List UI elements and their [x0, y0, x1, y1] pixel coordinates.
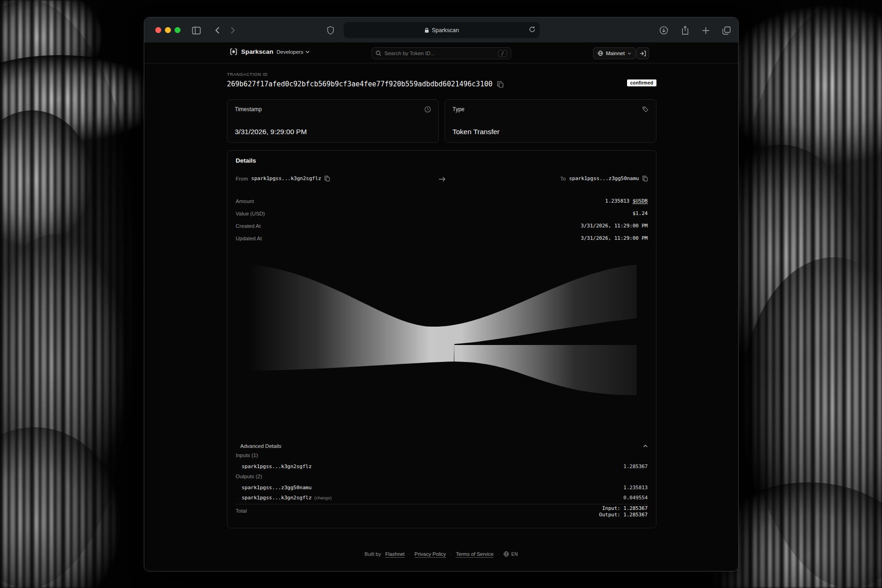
tag-icon: [642, 106, 649, 114]
privacy-policy-link[interactable]: Privacy Policy: [414, 551, 446, 557]
built-by-text: Built by: [364, 551, 381, 557]
output2-amount: 0.049554: [623, 495, 648, 501]
reload-icon[interactable]: [529, 26, 536, 34]
output2-address[interactable]: spark1pgss...k3gn2sgflz (change): [242, 495, 332, 501]
sparkscan-logo[interactable]: Sparkscan: [230, 48, 273, 56]
transaction-id-label: TRANSACTION ID: [227, 72, 268, 77]
created-at-label: Created At: [236, 223, 260, 229]
copy-from-address-icon[interactable]: [324, 175, 330, 181]
change-note: (change): [314, 495, 332, 500]
from-to-row: From spark1pgss...k3gn2sgflz: [236, 175, 648, 184]
from-address-group: From spark1pgss...k3gn2sgflz: [236, 175, 330, 181]
copy-transaction-id-icon[interactable]: [497, 81, 503, 88]
search-shortcut-key: /: [498, 50, 507, 57]
total-output: Output: 1.285367: [599, 512, 648, 518]
privacy-shield-icon[interactable]: [325, 25, 335, 35]
input-row: spark1pgss...k3gn2sgflz 1.285367: [242, 463, 648, 470]
login-button[interactable]: [636, 47, 649, 59]
chevron-down-icon: [628, 52, 631, 55]
new-tab-icon[interactable]: [701, 25, 711, 35]
to-address-group: To spark1pgss...z3gg50namu: [560, 175, 648, 181]
transaction-id-value: 269b627f17afed0c92bfcb569b9cf3ae4fee77f9…: [227, 80, 492, 88]
chevron-up-icon: [643, 445, 648, 447]
value-usd-label: Value (USD): [236, 211, 265, 216]
summary-cards: Timestamp 3/31/2026, 9:29:00 PM Type: [227, 99, 656, 143]
detail-rows: Amount 1.235813 $USDB Value (USD) $1.24 …: [236, 195, 648, 244]
logo-text: Sparkscan: [241, 48, 273, 55]
outputs-label: Outputs (2): [236, 474, 262, 479]
token-link[interactable]: $USDB: [633, 198, 648, 204]
advanced-details-toggle[interactable]: Advanced Details: [240, 441, 648, 451]
search-icon: [376, 51, 381, 56]
output1-amount: 1.235813: [623, 485, 648, 491]
created-at-row: Created At 3/31/2026, 11:29:00 PM: [236, 220, 648, 232]
downloads-icon[interactable]: [659, 25, 669, 35]
value-usd-value: $1.24: [633, 210, 648, 216]
total-divider: [236, 504, 648, 504]
arrow-right-icon: [438, 175, 445, 184]
amount-row: Amount 1.235813 $USDB: [236, 195, 648, 207]
browser-window: Sparkscan: [144, 17, 739, 571]
developers-label: Developers: [277, 49, 303, 55]
amount-label: Amount: [236, 198, 254, 204]
to-address[interactable]: spark1pgss...z3gg50namu: [569, 175, 639, 181]
footer-separator: ·: [498, 551, 499, 557]
network-selector[interactable]: Mainnet: [593, 47, 636, 59]
back-icon[interactable]: [212, 25, 222, 35]
address-bar-text: Sparkscan: [432, 27, 459, 34]
window-close-button[interactable]: [155, 27, 161, 33]
site-header: Sparkscan Developers / Mainnet: [144, 43, 738, 63]
to-label: To: [560, 176, 566, 181]
timestamp-card: Timestamp 3/31/2026, 9:29:00 PM: [227, 99, 439, 143]
output-row-1: spark1pgss...z3gg50namu 1.235813: [242, 484, 648, 491]
page-content: TRANSACTION ID 269b627f17afed0c92bfcb569…: [227, 63, 656, 571]
amount-value: 1.235813 $USDB: [605, 198, 648, 204]
type-card: Type Token Transfer: [445, 99, 656, 143]
input-amount: 1.285367: [623, 464, 648, 469]
window-minimize-button[interactable]: [165, 27, 171, 33]
globe-icon: [503, 551, 509, 557]
updated-at-row: Updated At 3/31/2026, 11:29:00 PM: [236, 232, 648, 244]
created-at-value: 3/31/2026, 11:29:00 PM: [581, 223, 648, 229]
terms-of-service-link[interactable]: Terms of Service: [456, 551, 494, 557]
token-search[interactable]: /: [372, 47, 511, 59]
clock-icon: [424, 106, 431, 114]
sankey-bottom-flow: [454, 345, 637, 395]
search-input[interactable]: [384, 51, 495, 56]
transaction-id-row: 269b627f17afed0c92bfcb569b9cf3ae4fee77f9…: [227, 79, 503, 90]
from-label: From: [236, 176, 248, 181]
sparkscan-logo-icon: [230, 48, 237, 56]
lock-icon: [424, 28, 429, 33]
updated-at-label: Updated At: [236, 236, 262, 241]
sidebar-toggle-icon[interactable]: [191, 25, 201, 35]
flow-sankey-diagram: [247, 264, 637, 397]
value-usd-row: Value (USD) $1.24: [236, 207, 648, 220]
timestamp-value: 3/31/2026, 9:29:00 PM: [235, 128, 307, 136]
type-value: Token Transfer: [452, 128, 500, 136]
site-footer: Built by Flashnet · Privacy Policy · Ter…: [144, 551, 738, 557]
output2-address-text: spark1pgss...k3gn2sgflz: [242, 495, 311, 501]
nav-developers[interactable]: Developers: [277, 49, 310, 55]
flashnet-link[interactable]: Flashnet: [385, 551, 404, 557]
forward-icon[interactable]: [228, 25, 238, 35]
language-selector[interactable]: EN: [503, 551, 518, 557]
total-input: Input: 1.285367: [599, 505, 648, 512]
desktop: Sparkscan: [0, 0, 882, 588]
from-address[interactable]: spark1pgss...k3gn2sgflz: [251, 175, 321, 181]
copy-to-address-icon[interactable]: [642, 175, 648, 181]
amount-number: 1.235813: [605, 198, 629, 204]
address-bar[interactable]: Sparkscan: [344, 22, 540, 38]
network-label: Mainnet: [606, 51, 625, 56]
footer-separator: ·: [409, 551, 411, 557]
output1-address[interactable]: spark1pgss...z3gg50namu: [242, 485, 311, 491]
details-card: Details From spark1pgss...k3gn2sgflz: [227, 150, 656, 528]
footer-separator: ·: [450, 551, 452, 557]
globe-icon: [598, 51, 603, 56]
tab-overview-icon[interactable]: [721, 25, 731, 35]
updated-at-value: 3/31/2026, 11:29:00 PM: [581, 235, 648, 241]
share-icon[interactable]: [680, 25, 690, 35]
window-zoom-button[interactable]: [175, 27, 181, 33]
browser-toolbar: Sparkscan: [144, 17, 738, 43]
input-address[interactable]: spark1pgss...k3gn2sgflz: [242, 464, 311, 469]
status-badge: confirmed: [627, 79, 656, 86]
